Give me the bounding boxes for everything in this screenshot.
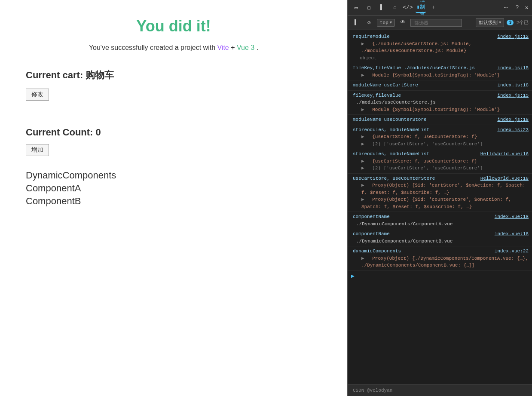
devtools-device-icon[interactable]: ◻ [364,3,374,13]
log-component-path-b: ./DynamicComponents/ComponentB.vue [353,238,529,245]
log-entry[interactable]: componentName index.vue:18 ./DynamicComp… [348,229,532,246]
log-level-selector[interactable]: 默认级别 ▼ [476,18,504,27]
add-button[interactable]: 增加 [26,144,49,156]
context-label: top [380,20,388,25]
expand-icon[interactable]: ▶ [361,141,364,147]
devtools-home-icon[interactable]: ⌂ [390,3,400,13]
subtitle-prefix: You've successfully created a project wi… [89,44,217,51]
log-link[interactable]: index.js:23 [497,126,529,134]
console-log-area[interactable]: requireModule index.js:12 ▶ {./modules/u… [348,30,532,384]
error-count-badge: 3 [507,20,514,25]
log-entry[interactable]: fileKey,fileValue ./modules/useCartStore… [348,63,532,80]
expand-icon[interactable]: ▶ [361,166,364,171]
log-entry[interactable]: moduleName useCartStore index.js:18 [348,80,532,91]
vue-link[interactable]: Vue 3 [237,44,254,51]
expand-icon[interactable]: ▶ [361,256,364,261]
log-entry[interactable]: fileKey,fileValue index.js:15 ./modules/… [348,91,532,115]
content-section: Current cart: 购物车 修改 Current Count: 0 增加… [26,69,321,209]
close-icon[interactable]: ✕ [525,4,529,11]
log-entry[interactable]: moduleName useCounterStore index.js:18 [348,115,532,125]
log-link[interactable]: index.vue:18 [495,230,529,238]
log-array: (2) ['useCartStore', 'useCounterStore'] [369,166,483,171]
cart-section: Current cart: 购物车 修改 [26,69,321,109]
main-panel: You did it! You've successfully created … [0,0,347,396]
log-link[interactable]: index.js:12 [497,33,529,40]
filter-input[interactable] [410,19,462,27]
log-entry[interactable]: useCartStore, useCounterStore HelloWorld… [348,174,532,212]
log-link[interactable]: index.js:15 [497,92,529,99]
subtitle: You've successfully created a project wi… [89,44,258,52]
chevron-down-icon-2: ▼ [499,21,501,25]
component-a-label: ComponentA [26,183,321,194]
log-key: dynamicComponents [353,248,401,255]
devtools-sidebar-icon[interactable]: ▌ [377,3,387,13]
log-link[interactable]: index.js:18 [497,82,529,89]
log-link[interactable]: HelloWorld.vue:18 [480,175,529,182]
chevron-down-icon: ▼ [390,21,392,25]
log-value-2: Proxy(Object) {$id: 'counterStore', $onA… [361,197,511,209]
log-link[interactable]: index.js:15 [497,64,529,72]
log-entry[interactable]: storeodules, moduleNameList index.js:23 … [348,125,532,150]
expand-arrow-icon[interactable]: ▶ [361,183,364,188]
devtools-subbar: ▌ ⊘ top ▼ 👁 默认级别 ▼ 3 2个已 [348,15,532,30]
no-entry-icon[interactable]: ⊘ [364,18,374,28]
log-key: componentName [353,230,390,238]
log-value: Proxy(Object) {$id: 'cartStore', $onActi… [361,183,526,195]
devtools-code-icon[interactable]: </> [403,3,413,13]
component-list: DynamicComponents ComponentA ComponentB [26,170,321,207]
log-value: {useCartStore: f, useCounterStore: f} [369,159,477,164]
log-value: Proxy(Object) {./DynamicComponents/Compo… [361,256,528,268]
log-key: storeodules, moduleNameList [353,126,429,134]
help-icon[interactable]: ? [512,3,523,13]
sidebar-toggle-icon[interactable]: ▌ [351,18,361,28]
log-entry[interactable]: componentName index.vue:18 ./DynamicComp… [348,212,532,229]
log-link[interactable]: HelloWorld.vue:16 [480,150,529,158]
hidden-count: 2个已 [516,19,529,26]
cart-title: Current cart: 购物车 [26,69,321,82]
log-entry[interactable]: storeodules, moduleNameList HelloWorld.v… [348,149,532,174]
log-entry[interactable]: dynamicComponents index.vue:22 ▶ Proxy(O… [348,246,532,271]
log-extra: object [356,55,377,61]
log-key: moduleName useCartStore [353,82,418,89]
log-value: Module {Symbol(Symbol.toStringTag): 'Mod… [369,73,500,78]
context-selector[interactable]: top ▼ [377,19,395,27]
log-entry[interactable]: requireModule index.js:12 ▶ {./modules/u… [348,32,532,63]
expand-arrow-icon-2[interactable]: ▶ [361,197,364,202]
component-b-label: ComponentB [26,196,321,207]
expand-icon[interactable]: ▶ [361,41,364,46]
log-value: {./modules/useCartStore.js: Module, ./mo… [361,41,471,54]
modify-button[interactable]: 修改 [26,89,49,101]
expand-icon[interactable]: ▶ [361,159,364,164]
divider [26,118,321,118]
tab-console[interactable]: ▮ 控制台 [416,3,426,13]
log-link[interactable]: index.vue:18 [495,213,529,221]
log-key: componentName [353,213,390,221]
expand-bottom-arrow[interactable]: ▶ [348,271,532,281]
count-section: Current Count: 0 增加 [26,127,321,165]
log-key: useCartStore, useCounterStore [353,175,435,182]
tab-add[interactable]: + [428,4,438,12]
expand-icon[interactable]: ▶ [361,73,364,78]
page-title: You did it! [136,17,211,35]
log-link[interactable]: index.vue:22 [495,248,529,255]
log-key: moduleName useCounterStore [353,116,427,123]
plus-text: + [231,44,237,51]
count-title: Current Count: 0 [26,127,321,138]
expand-icon[interactable]: ▶ [361,107,364,112]
devtools-footer: CSDN @volodyan [348,384,532,396]
log-array: (2) ['useCartStore', 'useCounterStore'] [369,141,483,147]
dynamic-components-label: DynamicComponents [26,170,321,181]
vite-link[interactable]: Vite [217,44,229,51]
log-key: fileKey,fileValue [353,92,401,99]
log-key: requireModule [353,33,390,40]
log-key: fileKey,fileValue ./modules/useCartStore… [353,64,475,72]
level-label: 默认级别 [479,19,498,26]
console-icon: ▮ [416,4,419,10]
log-link[interactable]: index.js:18 [497,116,529,123]
devtools-inspect-icon[interactable]: ▭ [351,3,361,13]
expand-icon[interactable]: ▶ [361,134,364,139]
log-component-path: ./DynamicComponents/ComponentA.vue [353,221,529,228]
eye-icon[interactable]: 👁 [397,18,408,28]
more-options-icon[interactable]: ⋯ [502,4,509,11]
devtools-panel: ▭ ◻ ▌ ⌂ </> ▮ 控制台 + ⋯ ? ✕ ▌ ⊘ top ▼ 👁 默认… [347,0,532,396]
